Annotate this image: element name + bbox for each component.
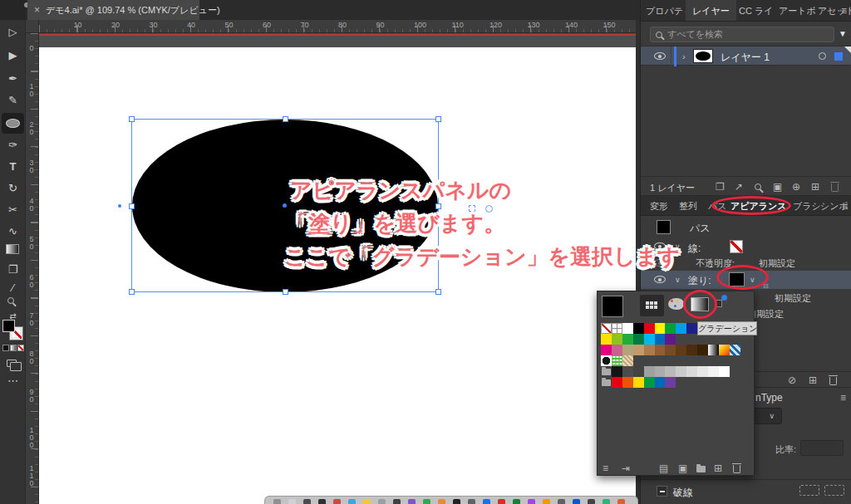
edit-toolbar-dots-icon[interactable]: ⋯: [0, 372, 26, 390]
no-appearance-icon[interactable]: ⊘: [788, 375, 796, 385]
swatch-cell[interactable]: [708, 366, 719, 377]
dock-app-icon[interactable]: [423, 499, 430, 504]
swatch-cell[interactable]: [719, 345, 730, 355]
scissors-tool[interactable]: ✂: [0, 201, 26, 219]
duplicate-item-icon[interactable]: ⊞: [809, 375, 817, 385]
dash-option-button-2[interactable]: [824, 485, 844, 496]
swatch-cell[interactable]: [612, 345, 622, 355]
appearance-row-path[interactable]: パス: [641, 219, 851, 239]
swatch-cell[interactable]: [665, 377, 676, 388]
swatch-group-folder-icon[interactable]: [602, 379, 611, 386]
swatch-cell[interactable]: [719, 366, 730, 377]
dock-app-icon[interactable]: [513, 499, 520, 504]
swatch-cell[interactable]: [601, 345, 612, 355]
swatch-cell[interactable]: [708, 345, 719, 355]
export-layer-icon[interactable]: ↗: [735, 182, 743, 192]
dock-app-icon[interactable]: [588, 499, 595, 504]
swatch-cell[interactable]: [622, 345, 633, 355]
macos-dock[interactable]: [264, 496, 638, 504]
tab-artboards[interactable]: アートボ: [779, 0, 816, 22]
type-tool[interactable]: T: [0, 158, 26, 176]
dock-app-icon[interactable]: [273, 499, 281, 504]
curvature-tool[interactable]: ✎: [0, 91, 26, 110]
dock-app-icon[interactable]: [288, 499, 296, 504]
artboard-tool[interactable]: ❐: [0, 261, 26, 279]
swatch-cell[interactable]: [612, 366, 622, 377]
swatch-cell[interactable]: [655, 334, 666, 345]
swatches-view-button[interactable]: [640, 295, 664, 316]
zoom-tool[interactable]: [7, 297, 14, 304]
swatch-cell[interactable]: [655, 345, 666, 355]
handle-bottom-right[interactable]: [435, 289, 441, 295]
rotate-tool[interactable]: ↻: [0, 179, 26, 198]
dock-app-icon[interactable]: [363, 499, 371, 504]
add-from-library-icon[interactable]: ⇥: [622, 463, 630, 473]
swatch-cell[interactable]: [622, 366, 633, 377]
tab-brushes[interactable]: ブラシ: [793, 196, 821, 216]
new-group-folder-icon[interactable]: [696, 466, 706, 472]
swatch-cell[interactable]: [676, 323, 686, 334]
stroke-none-swatch[interactable]: [730, 240, 743, 253]
handle-bottom-center[interactable]: [283, 289, 288, 295]
knife-tool[interactable]: ∕: [0, 279, 26, 297]
tab-align[interactable]: 整列: [679, 196, 697, 216]
dock-app-icon[interactable]: [408, 499, 416, 504]
appearance-menu-icon[interactable]: ≡: [842, 201, 848, 213]
swatch-cell[interactable]: [686, 366, 697, 377]
handle-middle-left[interactable]: [129, 203, 135, 209]
swatch-cell[interactable]: [655, 377, 666, 388]
fill-color-chip[interactable]: [2, 320, 15, 332]
screen-mode-icon[interactable]: [7, 360, 17, 367]
swatch-cell[interactable]: [601, 355, 612, 366]
layer-row[interactable]: › レイヤー 1: [641, 46, 851, 66]
dock-app-icon[interactable]: [318, 499, 326, 504]
swatch-kind-icon[interactable]: ▤: [659, 463, 668, 473]
swatch-cell[interactable]: [665, 366, 676, 377]
swatch-cell[interactable]: [676, 366, 686, 377]
locate-object-icon[interactable]: [755, 183, 761, 190]
swatch-cell[interactable]: [622, 377, 633, 388]
swatch-cell[interactable]: [730, 345, 740, 355]
swatch-cell[interactable]: [676, 345, 686, 355]
color-chip[interactable]: [2, 345, 9, 351]
dock-app-icon[interactable]: [528, 499, 535, 504]
delete-swatch-trash-icon[interactable]: [733, 465, 740, 473]
swatch-cell[interactable]: [697, 366, 708, 377]
swatch-cell[interactable]: [686, 323, 697, 334]
swatch-cell[interactable]: [644, 377, 655, 388]
collect-artboard-icon[interactable]: ❐: [716, 182, 725, 192]
swatch-cell[interactable]: [644, 323, 655, 334]
delete-appearance-trash-icon[interactable]: [829, 377, 837, 385]
new-swatch-icon[interactable]: ⊞: [714, 463, 722, 473]
document-tab[interactable]: × デモ4.ai* @ 109.74 % (CMYK/プレビュー): [27, 0, 199, 20]
swatch-cell[interactable]: [612, 334, 622, 345]
layer-selection-chip[interactable]: [834, 52, 843, 61]
swatch-cell[interactable]: [622, 355, 633, 366]
swatch-cell[interactable]: [644, 366, 655, 377]
tab-cc-libraries[interactable]: CC ライ: [739, 0, 773, 22]
new-layer-icon[interactable]: ⊞: [811, 182, 819, 192]
fill-expand-chevron-icon[interactable]: ∨: [675, 276, 681, 284]
panel-menu-icon[interactable]: ≡: [841, 5, 847, 17]
handle-top-center[interactable]: [283, 116, 288, 122]
dock-app-icon[interactable]: [603, 499, 610, 504]
tab-layers[interactable]: レイヤー: [686, 0, 736, 22]
fill-visibility-eye-icon[interactable]: [654, 276, 666, 283]
swatch-cell[interactable]: [686, 345, 697, 355]
swatch-cell[interactable]: [697, 345, 708, 355]
swatch-cell[interactable]: [655, 366, 666, 377]
dock-app-icon[interactable]: [438, 499, 445, 504]
close-doc-icon[interactable]: ×: [34, 5, 40, 15]
layer-visibility-eye-icon[interactable]: [654, 52, 666, 60]
layer-thumbnail[interactable]: [693, 49, 713, 63]
swatch-cell[interactable]: [633, 377, 644, 388]
swatch-cell[interactable]: [644, 334, 655, 345]
dash-option-button-1[interactable]: [799, 485, 819, 496]
swatch-cell[interactable]: [601, 334, 612, 345]
layer-target-icon[interactable]: [819, 52, 826, 60]
paintbrush-tool[interactable]: ✑: [0, 136, 26, 154]
pen-tool[interactable]: ✒: [0, 70, 26, 88]
make-mask-icon[interactable]: ▣: [773, 182, 782, 192]
dock-app-icon[interactable]: [348, 499, 356, 504]
dock-app-icon[interactable]: [558, 499, 565, 504]
